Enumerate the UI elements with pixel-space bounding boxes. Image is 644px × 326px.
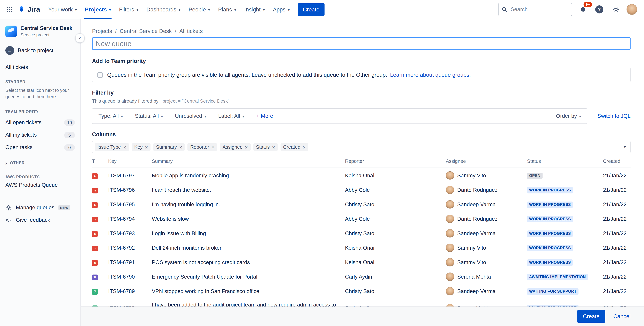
issue-key[interactable]: ITSM-6797 (108, 168, 152, 183)
col-header-key: Key (108, 158, 152, 168)
issue-key[interactable]: ITSM-6789 (108, 284, 152, 298)
create-queue-button[interactable]: Create (577, 310, 605, 323)
issue-summary[interactable]: Mobile app is randomly crashing. (152, 168, 345, 183)
column-tag[interactable]: Status× (253, 143, 278, 151)
label-filter-dropdown[interactable]: Label: All (218, 113, 244, 119)
ticket-row[interactable]: ?ITSM-6789VPN stopped working in San Fra… (92, 284, 630, 298)
search-input[interactable] (510, 6, 568, 13)
sidebar-collapse-button[interactable]: ‹ (75, 33, 85, 43)
column-tag[interactable]: Created× (280, 143, 308, 151)
issue-key[interactable]: ITSM-6791 (108, 255, 152, 269)
resolution-filter-dropdown[interactable]: Unresolved (175, 113, 206, 119)
remove-column-icon[interactable]: × (179, 144, 182, 149)
nav-dashboards[interactable]: Dashboards (142, 0, 184, 19)
issue-key[interactable]: ITSM-6788 (108, 298, 152, 306)
issue-key[interactable]: ITSM-6792 (108, 241, 152, 255)
column-tag[interactable]: Summary× (153, 143, 185, 151)
ticket-row[interactable]: »ITSM-6791POS system is not accepting cr… (92, 255, 630, 269)
issue-summary[interactable]: POS system is not accepting credit cards (152, 255, 345, 269)
nav-people[interactable]: People (184, 0, 214, 19)
column-tag[interactable]: Key× (132, 143, 151, 151)
ticket-row[interactable]: »ITSM-6793Login issue with BillingChrist… (92, 226, 630, 241)
nav-filters[interactable]: Filters (115, 0, 142, 19)
issue-key[interactable]: ITSM-6795 (108, 197, 152, 212)
ticket-row[interactable]: »ITSM-6795I'm having trouble logging in.… (92, 197, 630, 212)
nav-plans[interactable]: Plans (214, 0, 240, 19)
issue-summary[interactable]: Login issue with Billing (152, 226, 345, 241)
nav-apps[interactable]: Apps (269, 0, 294, 19)
status-badge: WORK IN PROGRESS (527, 187, 573, 194)
jira-logo-icon (18, 6, 25, 13)
sidebar-item-all-tickets[interactable]: All tickets (6, 64, 75, 70)
app-switcher-icon[interactable] (4, 4, 16, 15)
issue-summary[interactable]: I'm having trouble logging in. (152, 197, 345, 212)
main-content: Projects / Central Service Desk / All ti… (81, 19, 644, 326)
nav-your-work[interactable]: Your work (44, 0, 81, 19)
type-filter-dropdown[interactable]: Type: All (98, 113, 123, 119)
column-tag[interactable]: Reporter× (188, 143, 217, 151)
queue-name-input[interactable] (92, 37, 630, 50)
breadcrumb-all-tickets[interactable]: All tickets (180, 28, 203, 34)
aws-products-section-heading: AWS PRODUCTS (6, 175, 75, 179)
nav-insight[interactable]: Insight (240, 0, 269, 19)
remove-column-icon[interactable]: × (123, 144, 126, 149)
queue-groups-link[interactable]: Learn more about queue groups. (390, 72, 471, 78)
nav-projects[interactable]: Projects (81, 0, 115, 19)
issue-key[interactable]: ITSM-6790 (108, 269, 152, 284)
breadcrumb-projects[interactable]: Projects (92, 28, 112, 34)
global-search[interactable] (498, 3, 572, 16)
back-to-project[interactable]: ← Back to project (6, 46, 75, 55)
ticket-row[interactable]: ⇅ITSM-6790Emergency Security Patch Updat… (92, 269, 630, 284)
remove-column-icon[interactable]: × (245, 144, 248, 149)
remove-column-icon[interactable]: × (303, 144, 306, 149)
status-filter-dropdown[interactable]: Status: All (135, 113, 163, 119)
issue-summary[interactable]: I can't reach the website. (152, 183, 345, 197)
ticket-row[interactable]: »ITSM-6796I can't reach the website.Abby… (92, 183, 630, 197)
issue-summary[interactable]: Emergency Security Patch Update for Port… (152, 269, 345, 284)
user-avatar[interactable] (626, 4, 637, 15)
incident-issue-type-icon: » (92, 202, 98, 208)
manage-queues-button[interactable]: Manage queues NEW (6, 204, 75, 211)
ticket-row[interactable]: »ITSM-6792Dell 24 inch monitor is broken… (92, 241, 630, 255)
assignee-name: Sammy Vito (457, 259, 486, 265)
cancel-button[interactable]: Cancel (613, 313, 630, 319)
issue-summary[interactable]: I have been added to the audit project t… (152, 298, 345, 306)
remove-column-icon[interactable]: × (145, 144, 148, 149)
ticket-row[interactable]: ?ITSM-6788I have been added to the audit… (92, 298, 630, 306)
remove-column-icon[interactable]: × (212, 144, 214, 149)
sidebar-item-open-tasks[interactable]: Open tasks 0 (6, 141, 75, 153)
team-priority-checkbox[interactable] (98, 72, 103, 78)
give-feedback-button[interactable]: Give feedback (6, 217, 75, 223)
issue-summary[interactable]: Website is slow (152, 212, 345, 226)
switch-to-jql-link[interactable]: Switch to JQL (598, 113, 630, 119)
order-by-dropdown[interactable]: Order by (556, 113, 581, 119)
sidebar-item-all-my-tickets[interactable]: All my tickets 5 (6, 129, 75, 141)
help-button[interactable]: ? (594, 4, 605, 15)
ticket-row[interactable]: »ITSM-6797Mobile app is randomly crashin… (92, 168, 630, 183)
column-tag-label: Key (134, 144, 142, 150)
issue-reporter: Keisha Onai (345, 255, 446, 269)
issue-key[interactable]: ITSM-6794 (108, 212, 152, 226)
breadcrumb-project[interactable]: Central Service Desk (120, 28, 172, 34)
issue-summary[interactable]: VPN stopped working in San Francisco off… (152, 284, 345, 298)
project-header[interactable]: Central Service Desk Service project (6, 25, 75, 37)
global-create-button[interactable]: Create (298, 3, 324, 16)
sidebar-item-aws-products-queue[interactable]: AWS Products Queue (6, 179, 75, 191)
column-tag[interactable]: Assignee× (220, 143, 250, 151)
breadcrumb: Projects / Central Service Desk / All ti… (92, 28, 630, 34)
remove-column-icon[interactable]: × (272, 144, 275, 149)
queue-count-badge: 19 (64, 119, 75, 126)
settings-button[interactable] (610, 4, 622, 15)
issue-key[interactable]: ITSM-6793 (108, 226, 152, 241)
jira-logo[interactable]: Jira (16, 5, 44, 14)
columns-select[interactable]: Issue Type×Key×Summary×Reporter×Assignee… (92, 141, 630, 153)
ticket-row[interactable]: »ITSM-6794Website is slowAbby ColeDante … (92, 212, 630, 226)
more-filters-button[interactable]: + More (256, 113, 273, 119)
issue-key[interactable]: ITSM-6796 (108, 183, 152, 197)
notifications-button[interactable]: 9+ (577, 4, 588, 15)
column-tag[interactable]: Issue Type× (95, 143, 129, 151)
other-section-toggle[interactable]: › OTHER (6, 160, 75, 165)
sidebar-item-all-open-tickets[interactable]: All open tickets 19 (6, 116, 75, 129)
chevron-down-icon[interactable]: ▾ (624, 145, 626, 149)
issue-summary[interactable]: Dell 24 inch monitor is broken (152, 241, 345, 255)
